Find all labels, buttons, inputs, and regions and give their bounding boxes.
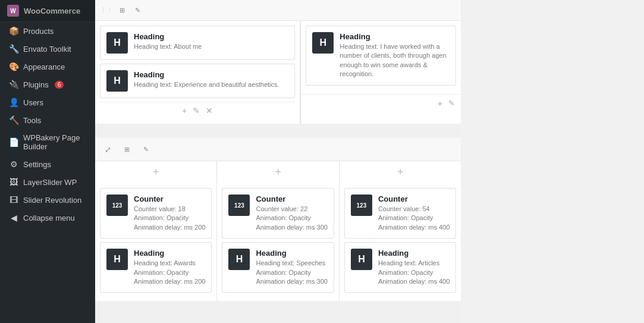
sidebar: W WooCommerce 📦 Products 🔧 Envato Toolki… <box>0 0 95 323</box>
delete-row-icon[interactable]: ✕ <box>206 106 213 115</box>
sidebar-item-appearance[interactable]: 🎨 Appearance <box>0 58 95 76</box>
counter-widget-3: 123 Counter Counter value: 54 Animation:… <box>344 188 456 239</box>
sidebar-item-wpbakery-label: WPBakery Page Builder <box>23 133 88 151</box>
counter-anim-1: Animation: Opacity <box>134 214 205 222</box>
heading-widget-info-1: Heading Heading text: About me <box>134 32 288 51</box>
sidebar-item-envato-label: Envato Toolkit <box>23 45 71 54</box>
sidebar-item-plugins[interactable]: 🔌 Plugins 6 <box>0 76 95 93</box>
counter-widget-1: 123 Counter Counter value: 18 Animation:… <box>100 188 212 239</box>
sidebar-item-layerslider[interactable]: 🖼 LayerSlider WP <box>0 173 95 191</box>
heading-widget-info-right: Heading Heading text: I have worked with… <box>340 32 450 79</box>
appearance-icon: 🎨 <box>9 62 18 71</box>
heading-anim-speeches: Animation: Opacity <box>256 268 327 277</box>
counter-info-3: Counter Counter value: 54 Animation: Opa… <box>378 195 450 232</box>
sidebar-item-settings[interactable]: ⚙ Settings <box>0 155 95 173</box>
sidebar-logo: W WooCommerce <box>0 0 95 22</box>
envato-icon: 🔧 <box>9 44 18 54</box>
products-icon: 📦 <box>9 26 18 36</box>
collapse-icon: ◀ <box>9 213 18 222</box>
grid-icon[interactable]: ⊞ <box>114 2 130 18</box>
plugins-icon: 🔌 <box>9 80 18 89</box>
heading-widget-detail-1: Heading text: About me <box>134 42 288 51</box>
sidebar-item-settings-label: Settings <box>23 160 51 169</box>
section-2: ⤢ ⊞ ✎ + + + 123 Counter <box>95 138 461 301</box>
counter-icon-1: 123 <box>106 195 128 216</box>
slider-rev-icon: 🎞 <box>9 195 18 205</box>
widget-heading-about: H Heading Heading text: About me <box>100 26 295 60</box>
sidebar-item-wpbakery[interactable]: 📄 WPBakery Page Builder <box>0 129 95 155</box>
tools-icon: 🔨 <box>9 115 18 125</box>
heading-info-speeches: Heading Heading text: Speeches Animation… <box>256 249 327 286</box>
heading-anim-awards: Animation: Opacity <box>134 268 205 277</box>
sidebar-item-users-label: Users <box>23 98 43 107</box>
counter-value-3: Counter value: 54 <box>378 205 450 214</box>
woocommerce-icon: W <box>7 5 19 17</box>
heading-widget-awards: H Heading Heading text: Awards Animation… <box>100 242 212 293</box>
sidebar-item-users[interactable]: 👤 Users <box>0 93 95 111</box>
pencil-2-icon[interactable]: ✎ <box>138 142 153 157</box>
add-element-icon[interactable]: + <box>182 106 187 115</box>
heading-delay-articles: Animation delay: ms 400 <box>378 277 450 286</box>
layerslider-icon: 🖼 <box>9 177 18 187</box>
grid-2-icon[interactable]: ⊞ <box>119 142 134 157</box>
sidebar-item-layerslider-label: LayerSlider WP <box>23 178 77 187</box>
col-add-3[interactable]: + <box>340 161 461 183</box>
row-edit-bar: + ✎ ✕ <box>100 102 295 119</box>
heading-widget-title-2: Heading <box>134 70 288 79</box>
col-add-2[interactable]: + <box>217 161 339 183</box>
sidebar-item-collapse-label: Collapse menu <box>23 214 75 222</box>
heading-info-articles: Heading Heading text: Articles Animation… <box>378 249 450 286</box>
widget-heading-experience: H Heading Heading text: Experience and b… <box>100 64 295 98</box>
right-add-bar: + ✎ <box>301 94 461 112</box>
heading-widget-detail-right: Heading text: I have worked with a numbe… <box>340 42 450 79</box>
sidebar-item-appearance-label: Appearance <box>23 62 65 71</box>
sidebar-logo-label: WooCommerce <box>24 7 80 15</box>
counter-widget-2: 123 Counter Counter value: 22 Animation:… <box>222 188 334 239</box>
sidebar-item-plugins-label: Plugins <box>23 80 49 89</box>
right-add-icon[interactable]: + <box>438 98 443 108</box>
sidebar-item-collapse[interactable]: ◀ Collapse menu <box>0 209 95 227</box>
heading-title-articles: Heading <box>378 249 450 258</box>
section-1: ⋮⋮ ⊞ ✎ H Heading Heading text: About me <box>95 0 461 124</box>
main-layout: W WooCommerce 📦 Products 🔧 Envato Toolki… <box>0 0 461 323</box>
counter-anim-3: Animation: Opacity <box>378 214 450 222</box>
pencil-icon-row[interactable]: ✎ <box>130 2 145 18</box>
heading-icon-awards: H <box>106 249 128 270</box>
heading-widget-icon-1: H <box>106 32 128 54</box>
section-columns: H Heading Heading text: About me H Headi… <box>95 21 461 124</box>
heading-icon-articles: H <box>351 249 372 270</box>
counter-icon-3: 123 <box>351 195 372 216</box>
counter-anim-2: Animation: Opacity <box>256 214 327 222</box>
heading-anim-articles: Animation: Opacity <box>378 268 450 277</box>
sidebar-item-tools[interactable]: 🔨 Tools <box>0 111 95 129</box>
counter-title-1: Counter <box>134 195 205 203</box>
counter-delay-2: Animation delay: ms 300 <box>256 223 327 232</box>
right-edit-icon[interactable]: ✎ <box>448 99 455 108</box>
counter-title-3: Counter <box>378 195 450 203</box>
counter-delay-3: Animation delay: ms 400 <box>378 223 450 232</box>
expand-icon[interactable]: ⤢ <box>100 142 115 157</box>
sidebar-item-slider-revolution[interactable]: 🎞 Slider Revolution <box>0 191 95 209</box>
sidebar-item-tools-label: Tools <box>23 116 41 125</box>
heading-text-articles: Heading text: Articles <box>378 259 450 268</box>
heading-delay-awards: Animation delay: ms 200 <box>134 277 205 286</box>
heading-widget-info-2: Heading Heading text: Experience and bea… <box>134 70 288 89</box>
content-area: ⋮⋮ ⊞ ✎ H Heading Heading text: About me <box>95 0 461 323</box>
heading-widget-icon-2: H <box>106 70 128 92</box>
counter-info-1: Counter Counter value: 18 Animation: Opa… <box>134 195 205 232</box>
plugins-badge: 6 <box>55 81 64 89</box>
heading-info-awards: Heading Heading text: Awards Animation: … <box>134 249 205 286</box>
sidebar-item-envato[interactable]: 🔧 Envato Toolkit <box>0 40 95 58</box>
heading-widget-articles: H Heading Heading text: Articles Animati… <box>344 242 456 293</box>
col-add-1[interactable]: + <box>95 161 217 183</box>
counter-icon-2: 123 <box>228 195 250 216</box>
heading-widget-detail-2: Heading text: Experience and beautiful a… <box>134 80 288 89</box>
edit-row-icon[interactable]: ✎ <box>193 106 200 115</box>
heading-title-awards: Heading <box>134 249 205 258</box>
drag-handle-icon[interactable]: ⋮⋮ <box>99 2 114 18</box>
right-panel: H Heading Heading text: I have worked wi… <box>300 21 461 124</box>
counter-title-2: Counter <box>256 195 327 203</box>
heading-widget-speeches: H Heading Heading text: Speeches Animati… <box>222 242 334 293</box>
three-col-wrapper: 123 Counter Counter value: 18 Animation:… <box>95 183 461 301</box>
sidebar-item-products[interactable]: 📦 Products <box>0 22 95 40</box>
